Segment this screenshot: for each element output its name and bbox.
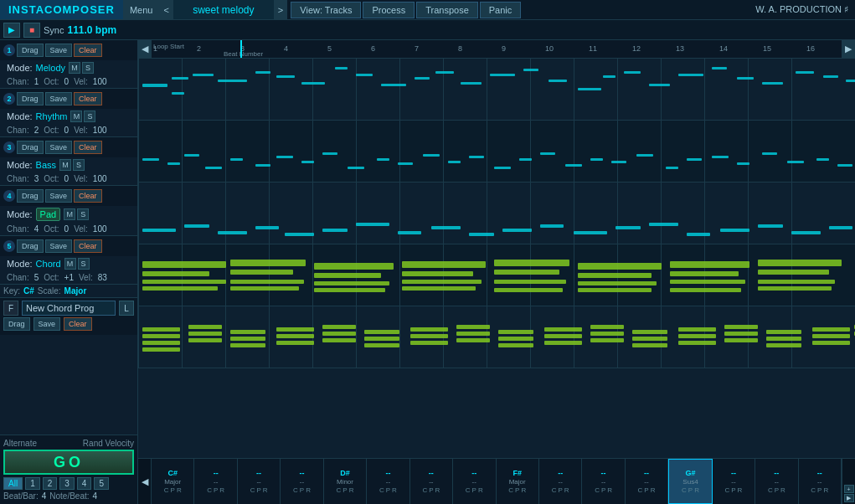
- chord-cpr-r[interactable]: R: [478, 486, 483, 494]
- track-3-clear[interactable]: Clear: [74, 141, 102, 154]
- f-button[interactable]: F: [3, 301, 18, 316]
- chord-cpr-p[interactable]: P: [343, 486, 347, 494]
- view-tracks-button[interactable]: View: Tracks: [291, 2, 361, 18]
- chord-strip-scroll-right[interactable]: + ▶: [842, 459, 855, 504]
- chord-cpr-r[interactable]: R: [780, 486, 785, 494]
- transpose-button[interactable]: Transpose: [416, 2, 478, 18]
- chord-cpr-r[interactable]: R: [521, 486, 526, 494]
- chord-cell-6[interactable]: ----CPR: [410, 459, 453, 504]
- chord-cpr-c[interactable]: C: [638, 486, 643, 494]
- chord-cpr-r[interactable]: R: [177, 486, 182, 494]
- track-filter-1[interactable]: 1: [25, 477, 40, 490]
- timeline-left-arrow[interactable]: ◀: [138, 40, 152, 58]
- chord-cpr-p[interactable]: P: [256, 486, 260, 494]
- track-1-m-btn[interactable]: M: [69, 62, 80, 74]
- chord-cpr-r[interactable]: R: [651, 486, 656, 494]
- track-3-drag[interactable]: Drag: [17, 141, 44, 154]
- chord-cpr-r[interactable]: R: [435, 486, 440, 494]
- track-3-save[interactable]: Save: [45, 141, 73, 154]
- track-filter-5[interactable]: 5: [94, 477, 109, 490]
- chord-cpr-p[interactable]: P: [171, 486, 175, 494]
- track-5-save[interactable]: Save: [45, 239, 73, 253]
- chord-cpr-r[interactable]: R: [694, 486, 699, 494]
- chord-cpr-c[interactable]: C: [552, 486, 557, 494]
- chord-cell-12[interactable]: G#Sus4CPR: [668, 459, 712, 504]
- chord-cpr-p[interactable]: P: [300, 486, 304, 494]
- track-4-s-btn[interactable]: S: [77, 208, 89, 220]
- chord-cpr-p[interactable]: P: [644, 486, 648, 494]
- chord-cpr-c[interactable]: C: [682, 486, 687, 494]
- chord-cpr-c[interactable]: C: [724, 486, 729, 494]
- chord-cpr-c[interactable]: C: [811, 486, 816, 494]
- l-button[interactable]: L: [119, 301, 134, 316]
- chord-cpr-r[interactable]: R: [564, 486, 569, 494]
- play-button[interactable]: ▶: [3, 23, 20, 38]
- chord-cell-10[interactable]: ----CPR: [582, 459, 625, 504]
- track-filter-2[interactable]: 2: [43, 477, 58, 490]
- track-2-s-btn[interactable]: S: [84, 111, 95, 122]
- chord-cpr-c[interactable]: C: [293, 486, 298, 494]
- track-filter-3[interactable]: 3: [59, 477, 75, 490]
- track-2-clear[interactable]: Clear: [74, 92, 102, 105]
- chord-cpr-c[interactable]: C: [422, 486, 427, 494]
- chord-cpr-c[interactable]: C: [595, 486, 600, 494]
- track-2-drag[interactable]: Drag: [17, 92, 44, 105]
- chord-cell-1[interactable]: ----CPR: [194, 459, 237, 504]
- chord-cpr-r[interactable]: R: [349, 486, 354, 494]
- chord-cell-7[interactable]: ----CPR: [453, 459, 496, 504]
- chord-cell-13[interactable]: ----CPR: [713, 459, 755, 504]
- track-4-clear[interactable]: Clear: [74, 189, 102, 203]
- chord-drag-button[interactable]: Drag: [3, 317, 30, 331]
- chord-cpr-r[interactable]: R: [607, 486, 612, 494]
- chord-cpr-c[interactable]: C: [379, 486, 384, 494]
- chord-cpr-r[interactable]: R: [306, 486, 311, 494]
- chord-cell-14[interactable]: ----CPR: [755, 459, 798, 504]
- chord-cpr-r[interactable]: R: [392, 486, 397, 494]
- chord-save-button[interactable]: Save: [33, 317, 61, 331]
- chord-cell-4[interactable]: D#MinorCPR: [324, 459, 367, 504]
- chord-cpr-c[interactable]: C: [466, 486, 471, 494]
- chord-cpr-p[interactable]: P: [558, 486, 562, 494]
- chord-cpr-c[interactable]: C: [768, 486, 773, 494]
- chord-cpr-r[interactable]: R: [738, 486, 743, 494]
- chord-cpr-p[interactable]: P: [472, 486, 476, 494]
- chord-cpr-r[interactable]: R: [219, 486, 224, 494]
- track-1-save[interactable]: Save: [45, 44, 73, 57]
- chord-cpr-p[interactable]: P: [386, 486, 390, 494]
- track-3-m-btn[interactable]: M: [59, 159, 71, 171]
- track-5-s-btn[interactable]: S: [78, 258, 90, 270]
- chord-cpr-c[interactable]: C: [337, 486, 342, 494]
- track-5-drag[interactable]: Drag: [17, 239, 44, 253]
- chord-cpr-p[interactable]: P: [688, 486, 693, 494]
- chord-cpr-c[interactable]: C: [250, 486, 255, 494]
- process-button[interactable]: Process: [363, 2, 415, 18]
- track-1-s-btn[interactable]: S: [82, 62, 94, 74]
- timeline-right-arrow[interactable]: ▶: [842, 40, 855, 58]
- menu-button[interactable]: Menu: [123, 0, 160, 19]
- track-filter-4[interactable]: 4: [77, 477, 92, 490]
- chord-cpr-c[interactable]: C: [164, 486, 169, 494]
- track-2-m-btn[interactable]: M: [70, 111, 82, 122]
- chord-cpr-p[interactable]: P: [214, 486, 218, 494]
- chord-cell-15[interactable]: ----CPR: [799, 459, 842, 504]
- track-3-s-btn[interactable]: S: [73, 159, 85, 171]
- chord-cpr-r[interactable]: R: [263, 486, 268, 494]
- stop-button[interactable]: ■: [23, 23, 40, 38]
- chord-cell-5[interactable]: ----CPR: [367, 459, 409, 504]
- track-1-drag[interactable]: Drag: [17, 44, 44, 57]
- chord-cpr-r[interactable]: R: [823, 486, 828, 494]
- chord-cpr-p[interactable]: P: [775, 486, 779, 494]
- scroll-plus-btn[interactable]: +: [844, 485, 854, 493]
- track-4-save[interactable]: Save: [45, 189, 73, 203]
- track-4-m-btn[interactable]: M: [64, 208, 75, 220]
- track-5-m-btn[interactable]: M: [64, 258, 76, 270]
- chord-cpr-p[interactable]: P: [515, 486, 519, 494]
- chord-clear-button[interactable]: Clear: [64, 317, 92, 331]
- track-5-clear[interactable]: Clear: [74, 239, 102, 253]
- chord-cell-9[interactable]: ----CPR: [539, 459, 582, 504]
- chord-cell-11[interactable]: ----CPR: [626, 459, 668, 504]
- all-tracks-filter[interactable]: All: [3, 477, 23, 490]
- track-1-clear[interactable]: Clear: [74, 44, 102, 57]
- scroll-right-btn[interactable]: ▶: [844, 494, 854, 502]
- track-4-drag[interactable]: Drag: [17, 189, 44, 203]
